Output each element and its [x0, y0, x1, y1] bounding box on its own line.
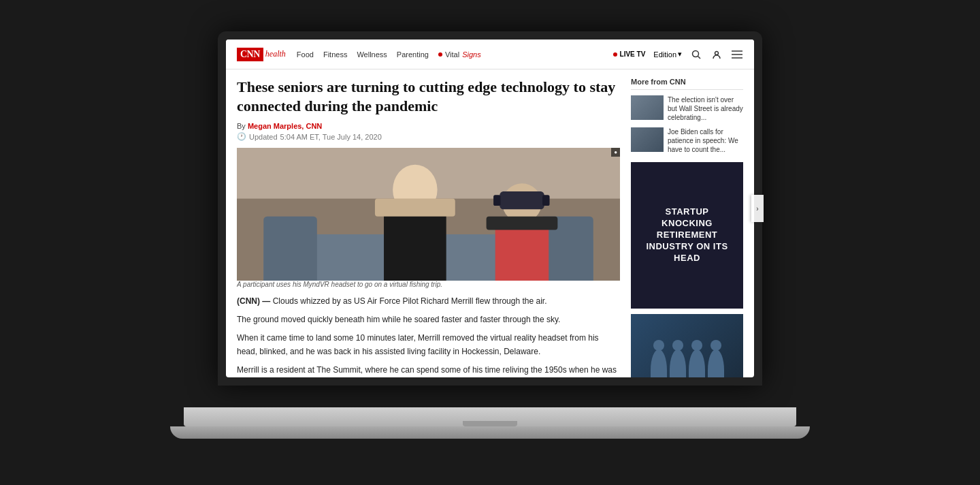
search-icon[interactable]: [690, 48, 702, 61]
svg-rect-6: [237, 148, 620, 281]
more-from-title: More from CNN: [631, 78, 743, 90]
svg-rect-7: [237, 199, 620, 281]
svg-rect-19: [487, 217, 558, 230]
article-timestamp: 🕐 Updated 5:04 AM ET, Tue July 14, 2020: [237, 132, 620, 141]
timestamp-value: 5:04 AM ET, Tue July 14, 2020: [280, 133, 382, 141]
user-icon[interactable]: [710, 48, 723, 61]
menu-icon[interactable]: [731, 48, 743, 61]
svg-rect-13: [375, 199, 455, 217]
vital-signs-label: Signs: [462, 50, 481, 59]
svg-rect-8: [263, 234, 593, 281]
svg-rect-17: [542, 195, 549, 206]
svg-line-1: [698, 56, 701, 59]
biden-thumbnail: [631, 127, 664, 152]
article-title: These seniors are turning to cutting edg…: [237, 78, 620, 115]
article-paragraph-2: The ground moved quickly beneath him whi…: [237, 313, 620, 326]
article-byline: By Megan Marples, CNN: [237, 122, 620, 130]
sidebar-text-1: The election isn't over but Wall Street …: [668, 95, 743, 122]
cnn-logo-health: health: [265, 49, 286, 59]
live-indicator: [613, 52, 617, 57]
nav-fitness[interactable]: Fitness: [323, 50, 347, 59]
nav-parenting[interactable]: Parenting: [397, 50, 429, 59]
svg-rect-18: [495, 221, 549, 281]
laptop-notch: [463, 421, 517, 426]
browser-screen: CNN health Food Fitness Wellness Parenti…: [226, 40, 754, 377]
person-4: [708, 349, 724, 377]
main-nav: Food Fitness Wellness Parenting Vital Si…: [297, 50, 613, 59]
sidebar: More from CNN The election isn't over bu…: [631, 69, 743, 377]
article-paragraph-1: (CNN) — Clouds whizzed by as US Air Forc…: [237, 295, 620, 308]
header-right: LIVE TV Edition ▾: [613, 48, 743, 61]
cnn-logo[interactable]: CNN health: [237, 48, 286, 61]
svg-point-2: [715, 51, 719, 54]
cnn-tag: (CNN) —: [237, 296, 270, 306]
sidebar-text-2: Joe Biden calls for patience in speech: …: [668, 127, 743, 154]
svg-rect-12: [384, 208, 446, 281]
cnn-logo-box: CNN: [237, 48, 263, 61]
svg-rect-16: [493, 195, 500, 206]
vital-text: Vital: [445, 50, 459, 59]
nav-food[interactable]: Food: [297, 50, 314, 59]
article-image-container: ● A participant uses his MyndVR headset …: [237, 148, 620, 288]
advertisement-block: STARTUP KNOCKING RETIREMENT INDUSTRY ON …: [631, 162, 743, 309]
main-content: These seniors are turning to cutting edg…: [226, 69, 754, 377]
chevron-down-icon: ▾: [678, 50, 682, 59]
laptop-base: [184, 407, 796, 426]
live-tv-label: LIVE TV: [620, 50, 646, 58]
svg-rect-9: [263, 217, 317, 281]
clock-icon: 🕐: [237, 132, 246, 141]
person-1: [651, 349, 667, 377]
more-from-cnn: More from CNN The election isn't over bu…: [631, 78, 743, 154]
ad-image: [631, 314, 743, 377]
sidebar-thumb-1: [631, 95, 664, 120]
article-area: These seniors are turning to cutting edg…: [237, 69, 620, 377]
election-thumbnail: [631, 95, 664, 120]
site-header: CNN health Food Fitness Wellness Parenti…: [226, 40, 754, 69]
sidebar-item-1[interactable]: The election isn't over but Wall Street …: [631, 95, 743, 122]
ad-people-image: [631, 314, 743, 377]
cnn-site: CNN health Food Fitness Wellness Parenti…: [226, 40, 754, 377]
screen-bezel: CNN health Food Fitness Wellness Parenti…: [218, 31, 762, 386]
article-image-caption: A participant uses his MyndVR headset to…: [237, 281, 620, 288]
scroll-right-arrow[interactable]: ›: [751, 195, 754, 222]
person-2: [670, 349, 686, 377]
image-corner-badge: ●: [611, 148, 620, 157]
svg-point-11: [393, 165, 437, 215]
byline-prefix: By: [237, 122, 246, 130]
svg-rect-10: [540, 217, 593, 281]
edition-label: Edition: [653, 50, 676, 59]
paragraph-1-text: Clouds whizzed by as US Air Force Pilot …: [273, 296, 547, 306]
laptop-wrapper: CNN health Food Fitness Wellness Parenti…: [184, 31, 796, 454]
ad-headline: STARTUP KNOCKING RETIREMENT INDUSTRY ON …: [631, 198, 743, 272]
sidebar-item-2[interactable]: Joe Biden calls for patience in speech: …: [631, 127, 743, 154]
article-body: (CNN) — Clouds whizzed by as US Air Forc…: [237, 295, 620, 377]
live-tv-button[interactable]: LIVE TV: [613, 50, 646, 58]
svg-rect-15: [500, 191, 544, 209]
vital-signs-nav[interactable]: Vital Signs: [438, 50, 481, 59]
nav-wellness[interactable]: Wellness: [357, 50, 387, 59]
article-paragraph-3: When it came time to land some 10 minute…: [237, 332, 620, 358]
sidebar-thumb-2: [631, 127, 664, 152]
article-author[interactable]: Megan Marples, CNN: [248, 122, 322, 130]
timestamp-prefix: Updated: [249, 133, 278, 141]
vital-dot: [438, 52, 442, 57]
edition-button[interactable]: Edition ▾: [653, 50, 682, 59]
article-main-image: ●: [237, 148, 620, 281]
svg-point-14: [502, 183, 542, 223]
svg-point-0: [693, 50, 699, 57]
person-3: [689, 349, 705, 377]
article-paragraph-4: Merrill is a resident at The Summit, whe…: [237, 364, 620, 377]
